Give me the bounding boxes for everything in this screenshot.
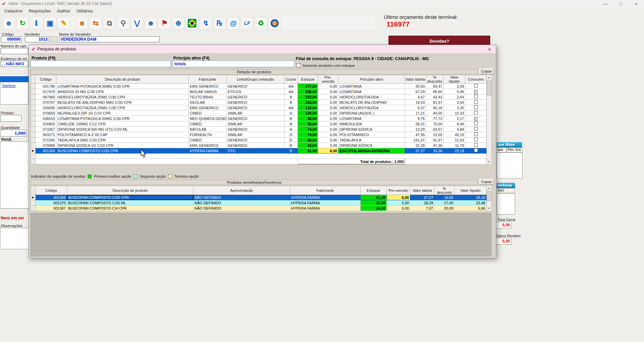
column-header[interactable]: Código [36, 75, 56, 84]
vendedor-field[interactable] [25, 36, 49, 42]
column-header[interactable]: Estoque [298, 75, 318, 84]
product-row[interactable]: 063271POLIVITAMINICO A-Z 60 CAPFORHEALTH… [31, 132, 487, 137]
customer-add-icon-button[interactable]: ☻ [2, 17, 15, 30]
column-header[interactable]: Pre-vencido [318, 75, 338, 84]
scroll-down-icon[interactable]: ▼ [487, 206, 491, 211]
scroll-down-icon[interactable]: ▼ [487, 159, 491, 164]
consumo-checkbox[interactable] [474, 95, 478, 98]
telefone-link[interactable]: Telefone [2, 84, 16, 88]
product-row[interactable]: 041786LOSARTANA POTASSICA 50MG C/30 CPRE… [31, 84, 487, 89]
product-row[interactable]: 070707BESILATO DE ANLODIPINO 5MG C/30 CP… [31, 100, 487, 105]
similar-row[interactable]: 001370BUSCOPAN COMPOSTO C/20 MLNÃO DEFIN… [31, 200, 487, 206]
dialog-principio-input[interactable] [173, 60, 294, 67]
consumo-checkbox[interactable] [474, 111, 478, 115]
close-button[interactable]: × [629, 0, 644, 7]
search-icon-button[interactable]: ⚲ [117, 17, 130, 30]
column-header[interactable]: Princípio ativo [338, 75, 405, 84]
consumo-checkbox[interactable] [474, 84, 478, 88]
selected-contact-bar[interactable] [0, 76, 29, 82]
consumo-checkbox[interactable] [474, 100, 478, 104]
consumo-checkbox[interactable]: ✓ [474, 90, 478, 94]
column-header[interactable]: Valor tabela [410, 186, 434, 195]
prescription-icon-button[interactable]: ℞ [213, 17, 226, 30]
column-header[interactable]: % desconto [434, 186, 455, 195]
product-row[interactable]: 036515LOSARTANA POTASSICA 50MG C/30 CPRN… [31, 116, 487, 121]
scroll-thumb[interactable] [487, 191, 491, 201]
save-icon-button[interactable]: ▣ [44, 17, 56, 30]
consumo-checkbox[interactable] [474, 105, 478, 109]
product-row[interactable]: 017470ARADOIS 50 MG C/30 CPRBIOLAB SANUS… [31, 89, 487, 94]
brazil-flag-icon-button[interactable] [186, 17, 198, 30]
numero-cartao-field[interactable] [1, 48, 28, 54]
consumo-checkbox[interactable] [474, 132, 478, 136]
minimize-button[interactable]: — [598, 0, 613, 7]
column-header[interactable]: Código [36, 186, 67, 195]
dialog-title-bar[interactable]: ✔ Pesquisa de produtos × [29, 45, 496, 53]
column-header[interactable]: Valor tabela [405, 75, 426, 84]
filiais-list[interactable] [497, 153, 522, 179]
menu-cadastros[interactable]: Cadastros [1, 8, 26, 14]
scroll-up-icon[interactable]: ▲ [487, 186, 491, 191]
consumo-checkbox[interactable] [474, 143, 478, 147]
maximize-button[interactable]: □ [613, 0, 629, 7]
product-row[interactable]: ▶001369BUSCOPAN COMPOSTO C/20 CPRHYPERA … [31, 148, 487, 154]
column-header[interactable]: Pre-vencido [387, 186, 410, 195]
delivery-icon-button[interactable]: ⚑ [158, 17, 171, 30]
nome-vendedor-field[interactable] [59, 36, 159, 42]
vendedor-browse-button[interactable]: ... [50, 36, 57, 42]
column-header[interactable]: Valor líquido [455, 186, 487, 195]
product-row[interactable]: 039005HIDROCLOROTIAZIDA 25MG C/30 CPREMS… [31, 105, 487, 111]
somente-estoque-checkbox[interactable] [296, 63, 301, 68]
column-header[interactable]: Curva [284, 75, 298, 84]
similar-row[interactable]: ▶001369BUSCOPAN COMPOSTO C/20 CPRNÃO DEF… [31, 195, 487, 200]
column-header[interactable]: Estoque [361, 186, 387, 195]
copy-paste-icon-button[interactable]: ⧉ [103, 17, 116, 30]
column-header[interactable]: Fabricante [189, 75, 227, 84]
column-header[interactable]: Linha\Grupo comissão [227, 75, 284, 84]
dialog-produto-input[interactable] [31, 60, 171, 67]
menu-atalhos[interactable]: Atalhos [54, 8, 73, 14]
globe-icon-button[interactable]: ⊕ [172, 17, 185, 30]
consumo-checkbox[interactable] [474, 148, 478, 152]
similars-scrollbar[interactable]: ▲ ▼ [487, 186, 492, 211]
endereco-field[interactable] [1, 61, 28, 67]
observacoes-box[interactable] [0, 228, 29, 249]
codigo-field[interactable] [1, 36, 22, 42]
customer-transfer-icon-button[interactable]: ⇆ [89, 17, 102, 30]
refresh-icon-button[interactable]: ↻ [16, 17, 29, 30]
target-icon-button[interactable] [268, 17, 281, 30]
dialog-close-icon[interactable]: × [486, 46, 493, 52]
similar-row[interactable]: 001367BUSCOPAN COMPOSTO C/4 CPRNÃO DEFIN… [31, 206, 487, 211]
column-header[interactable]: Apresentação [193, 186, 290, 195]
product-row[interactable]: 070889DIPIRONA SODICA 1G C/10 CPREMS GEN… [31, 143, 487, 148]
copiar-produtos-button[interactable]: Copiar [479, 69, 494, 74]
edit-icon-button[interactable]: ✎ [57, 17, 70, 30]
referencia-list[interactable] [497, 193, 515, 215]
catalog-icon-button[interactable]: ⋁ [131, 17, 143, 30]
person-running-icon-button[interactable]: ↯ [199, 17, 212, 30]
recycle-icon-button[interactable]: ♻ [255, 17, 267, 30]
product-row[interactable]: 067960HIDROCLOROTIAZIDA 25MG C/30 CPRTEU… [31, 94, 487, 100]
product-row[interactable]: 073357DIPIRONA SODICA 500 MG GTS C/20 ML… [31, 127, 487, 132]
column-header[interactable]: Consumo [465, 75, 487, 84]
column-header[interactable]: Valor líquido [444, 75, 465, 84]
products-scrollbar[interactable]: ▲ ▼ [487, 75, 492, 164]
menu-requisições[interactable]: Requisições [26, 8, 54, 14]
lf-icon-button[interactable]: LF [241, 17, 254, 30]
consumo-checkbox[interactable]: ✓ [474, 117, 478, 121]
customers-icon-button[interactable]: ☻ [76, 17, 88, 30]
column-header[interactable]: Descrição do produto [56, 75, 189, 84]
spiral-icon-button[interactable]: @ [227, 17, 240, 30]
scroll-thumb[interactable] [487, 80, 491, 96]
product-row[interactable]: 079659NEVRALGEX DIP 1G C/10 CPRCIMEDSIMI… [31, 111, 487, 116]
column-header[interactable]: Descrição do produto [67, 186, 193, 195]
menu-utilitários[interactable]: Utilitários [73, 8, 96, 14]
product-row[interactable]: 016803CIMELIDE 100MG C/12 CPRCIMEDSIMILA… [31, 121, 487, 127]
scroll-up-icon[interactable]: ▲ [487, 75, 491, 80]
title-bar[interactable]: ✔ Vetor - Orçamento | LOJA: 009 | Versão… [0, 0, 644, 7]
consumo-checkbox[interactable] [474, 127, 478, 131]
info-icon-button[interactable]: ℹ [30, 17, 43, 30]
consumo-checkbox[interactable] [474, 138, 478, 141]
quantidade-field[interactable] [0, 130, 27, 136]
customer-search-icon-button[interactable]: ☻ [144, 17, 157, 30]
